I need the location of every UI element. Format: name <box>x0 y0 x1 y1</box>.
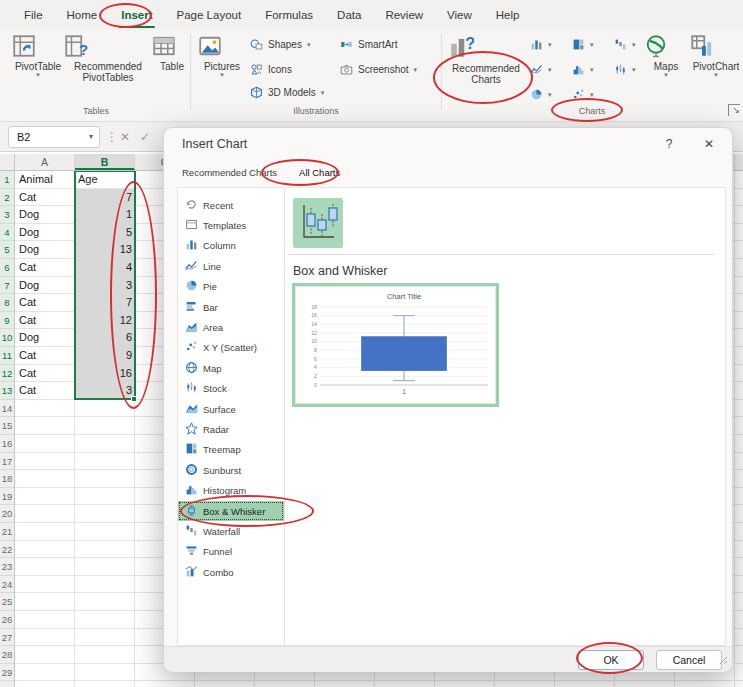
cell-a13[interactable]: Cat <box>19 382 73 400</box>
row-header-5[interactable]: 5 <box>0 241 14 259</box>
row-header-7[interactable]: 7 <box>0 277 14 295</box>
cell-a2[interactable]: Cat <box>19 189 73 207</box>
ribbon-tab-file[interactable]: File <box>12 0 55 30</box>
cell-a7[interactable]: Dog <box>19 277 73 295</box>
cell-b9[interactable]: 12 <box>75 312 132 330</box>
row-header-21[interactable]: 21 <box>0 523 14 541</box>
row-header-28[interactable]: 28 <box>0 646 14 664</box>
cancel-button[interactable]: Cancel <box>656 650 722 670</box>
insert-combo-chart-button[interactable]: ▾ <box>614 63 636 76</box>
row-header-29[interactable]: 29 <box>0 664 14 682</box>
row-header-25[interactable]: 25 <box>0 593 14 611</box>
dialog-close-button[interactable]: ✕ <box>696 133 722 155</box>
cell-a10[interactable]: Dog <box>19 329 73 347</box>
chart-type-recent[interactable]: Recent <box>178 195 284 215</box>
cell-b8[interactable]: 7 <box>75 294 132 312</box>
cell-b4[interactable]: 5 <box>75 224 132 242</box>
row-header-6[interactable]: 6 <box>0 259 14 277</box>
name-box[interactable]: B2 ▾ <box>8 126 100 148</box>
column-header-b[interactable]: B <box>75 154 135 170</box>
chart-type-treemap[interactable]: Treemap <box>178 440 284 460</box>
insert-column-chart-button[interactable]: ▾ <box>530 38 552 51</box>
ribbon-tab-page-layout[interactable]: Page Layout <box>165 0 254 30</box>
row-header-14[interactable]: 14 <box>0 400 14 418</box>
icons-button[interactable]: Icons <box>250 63 292 76</box>
cell-b2[interactable]: 7 <box>75 189 132 207</box>
row-header-16[interactable]: 16 <box>0 435 14 453</box>
chart-type-stock[interactable]: Stock <box>178 379 284 399</box>
cell-a9[interactable]: Cat <box>19 312 73 330</box>
insert-line-chart-button[interactable]: ▾ <box>530 63 552 76</box>
ribbon-tab-insert[interactable]: Insert <box>109 0 164 30</box>
chart-type-funnel[interactable]: Funnel <box>178 542 284 562</box>
row-header-17[interactable]: 17 <box>0 453 14 471</box>
row-header-22[interactable]: 22 <box>0 541 14 559</box>
dialog-help-button[interactable]: ? <box>656 133 682 155</box>
chart-type-xy[interactable]: X Y (Scatter) <box>178 338 284 358</box>
table-button[interactable]: Table <box>152 34 192 72</box>
ribbon-tab-view[interactable]: View <box>435 0 484 30</box>
insert-hierarchy-chart-button[interactable]: ▾ <box>572 38 594 51</box>
box-whisker-thumbnail[interactable] <box>293 198 343 248</box>
insert-statistic-chart-button[interactable]: ▾ <box>572 63 594 76</box>
row-header-1[interactable]: 1 <box>0 171 14 189</box>
cell-b13[interactable]: 3 <box>75 382 132 400</box>
cell-a12[interactable]: Cat <box>19 365 73 383</box>
select-all-corner[interactable] <box>0 154 15 170</box>
maps-button[interactable]: Maps ▾ <box>644 34 688 78</box>
cell-b10[interactable]: 6 <box>75 329 132 347</box>
row-header-3[interactable]: 3 <box>0 206 14 224</box>
row-header-11[interactable]: 11 <box>0 347 14 365</box>
chart-type-waterfall[interactable]: Waterfall <box>178 521 284 541</box>
charts-dialog-launcher[interactable]: ↘ <box>728 104 740 116</box>
smartart-button[interactable]: SmartArt <box>340 38 397 51</box>
pivotchart-button[interactable]: PivotChart ▾ <box>690 34 742 78</box>
row-header-23[interactable]: 23 <box>0 558 14 576</box>
cell-b11[interactable]: 9 <box>75 347 132 365</box>
shapes-button[interactable]: Shapes ▾ <box>250 38 310 51</box>
cell-b12[interactable]: 16 <box>75 365 132 383</box>
pictures-button[interactable]: Pictures ▾ <box>198 34 246 78</box>
cell-a5[interactable]: Dog <box>19 241 73 259</box>
chart-type-boxwhisker[interactable]: Box & Whisker <box>178 501 284 521</box>
insert-scatter-chart-button[interactable]: ▾ <box>572 88 594 101</box>
column-header-a[interactable]: A <box>15 154 75 170</box>
ribbon-tab-formulas[interactable]: Formulas <box>253 0 325 30</box>
dialog-tab-all-charts[interactable]: All Charts <box>299 167 340 178</box>
resize-grip-icon[interactable] <box>719 651 728 669</box>
row-header-30[interactable]: 30 <box>0 681 14 687</box>
cell-a6[interactable]: Cat <box>19 259 73 277</box>
row-header-18[interactable]: 18 <box>0 470 14 488</box>
chart-type-pie[interactable]: Pie <box>178 277 284 297</box>
chart-type-surface[interactable]: Surface <box>178 399 284 419</box>
row-header-12[interactable]: 12 <box>0 365 14 383</box>
insert-waterfall-chart-button[interactable]: ▾ <box>614 38 636 51</box>
row-header-27[interactable]: 27 <box>0 629 14 647</box>
cell-a1[interactable]: Animal <box>19 171 73 189</box>
ribbon-tab-data[interactable]: Data <box>325 0 373 30</box>
row-header-20[interactable]: 20 <box>0 505 14 523</box>
chart-type-area[interactable]: Area <box>178 317 284 337</box>
cell-a8[interactable]: Cat <box>19 294 73 312</box>
cell-a4[interactable]: Dog <box>19 224 73 242</box>
recommended-pivottables-button[interactable]: ? Recommended PivotTables <box>64 34 152 83</box>
row-header-9[interactable]: 9 <box>0 312 14 330</box>
row-headers[interactable]: 1234567891011121314151617181920212223242… <box>0 171 15 687</box>
cell-a11[interactable]: Cat <box>19 347 73 365</box>
insert-pie-chart-button[interactable]: ▾ <box>530 88 552 101</box>
row-header-15[interactable]: 15 <box>0 417 14 435</box>
chart-type-column[interactable]: Column <box>178 236 284 256</box>
row-header-26[interactable]: 26 <box>0 611 14 629</box>
chart-type-combo[interactable]: Combo <box>178 562 284 582</box>
pivottable-button[interactable]: PivotTable ▾ <box>12 34 64 78</box>
screenshot-button[interactable]: Screenshot ▾ <box>340 63 417 76</box>
cell-b6[interactable]: 4 <box>75 259 132 277</box>
recommended-charts-button[interactable]: ? Recommended Charts <box>448 34 524 85</box>
row-header-8[interactable]: 8 <box>0 294 14 312</box>
row-header-2[interactable]: 2 <box>0 189 14 207</box>
row-header-24[interactable]: 24 <box>0 576 14 594</box>
ribbon-tab-review[interactable]: Review <box>373 0 435 30</box>
chart-preview[interactable]: Chart Title 024681012141618 1 <box>292 283 499 407</box>
cell-b3[interactable]: 1 <box>75 206 132 224</box>
cell-b5[interactable]: 13 <box>75 241 132 259</box>
